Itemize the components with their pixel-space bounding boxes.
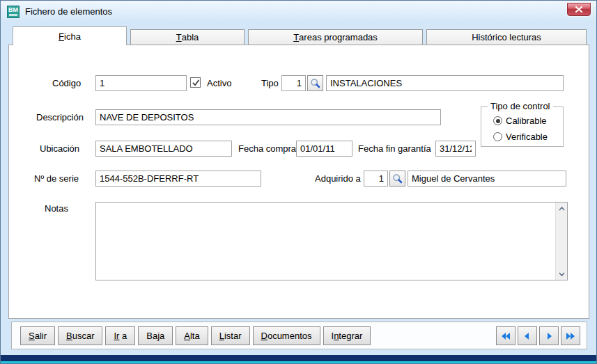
radio-calibrable-icon <box>493 116 502 125</box>
fecha-compra-input[interactable] <box>296 141 352 157</box>
ficha-tab-panel: Código Activo Tipo Descripción Tipo de c… <box>8 45 589 319</box>
activo-label: Activo <box>207 78 231 88</box>
num-serie-input[interactable] <box>95 171 261 187</box>
radio-verificable-icon <box>493 132 502 141</box>
tab-strip: Ficha Tabla Tareas programadas Histórico… <box>13 26 590 45</box>
chevron-up-icon <box>559 207 565 211</box>
tipo-de-control-group: Tipo de control Calibrable Verificable <box>481 106 564 147</box>
notas-label: Notas <box>45 203 68 214</box>
first-record-button[interactable] <box>496 326 515 345</box>
tab-ficha[interactable]: Ficha <box>13 26 127 45</box>
activo-checkbox[interactable] <box>190 77 201 88</box>
fecha-fin-garantia-input[interactable] <box>435 141 476 157</box>
adquirido-a-lookup-button[interactable] <box>389 171 405 187</box>
tipo-code-input[interactable] <box>281 75 306 91</box>
tipo-label: Tipo <box>261 78 279 88</box>
bottom-edge-strip <box>1 355 596 363</box>
descripcion-label: Descripción <box>36 112 84 122</box>
codigo-input[interactable] <box>95 75 187 91</box>
window-title: Fichero de elementos <box>25 6 112 17</box>
num-serie-label: Nº de serie <box>34 173 79 184</box>
adquirido-a-code-input[interactable] <box>364 171 388 187</box>
descripcion-input[interactable] <box>95 109 441 125</box>
previous-record-button[interactable] <box>518 326 537 345</box>
dialog-window: BM Fichero de elementos Ficha Tabla Tare… <box>0 0 597 364</box>
double-left-arrow-icon <box>500 331 511 342</box>
ubicacion-input[interactable] <box>95 141 232 157</box>
tipo-lookup-button[interactable] <box>307 75 323 91</box>
adquirido-a-label: Adquirido a <box>315 173 361 184</box>
scroll-up-button[interactable] <box>556 203 568 214</box>
notas-textarea[interactable] <box>96 203 554 280</box>
tipo-name-input[interactable] <box>326 75 564 91</box>
record-navigation <box>496 326 580 345</box>
left-arrow-icon <box>522 331 533 342</box>
next-record-button[interactable] <box>539 326 559 345</box>
listar-button[interactable]: Listar <box>211 326 250 345</box>
ubicacion-label: Ubicación <box>40 143 79 154</box>
fecha-fin-garantia-label: Fecha fin garantía <box>358 143 431 154</box>
integrar-button[interactable]: Integrar <box>323 326 371 345</box>
alta-button[interactable]: Alta <box>176 326 208 345</box>
tab-tabla[interactable]: Tabla <box>130 29 245 45</box>
radio-verificable[interactable]: Verificable <box>493 132 548 142</box>
salir-button[interactable]: Salir <box>20 326 55 345</box>
tipo-de-control-legend: Tipo de control <box>488 101 553 111</box>
notas-field <box>95 202 568 280</box>
documentos-button[interactable]: Documentos <box>253 326 320 345</box>
scroll-down-button[interactable] <box>556 268 568 280</box>
adquirido-a-name-input[interactable] <box>408 171 566 187</box>
footer-button-bar: Salir Buscar Ir a Baja Alta Listar Docum… <box>11 322 587 349</box>
radio-calibrable[interactable]: Calibrable <box>493 116 547 126</box>
codigo-label: Código <box>52 78 81 88</box>
app-logo-text: BM <box>8 7 18 13</box>
radio-verificable-label: Verificable <box>506 132 548 142</box>
checkmark-icon <box>192 79 200 86</box>
buscar-button[interactable]: Buscar <box>58 326 102 345</box>
radio-calibrable-label: Calibrable <box>506 116 547 126</box>
last-record-button[interactable] <box>561 326 580 345</box>
app-logo-icon: BM <box>7 6 20 18</box>
right-arrow-icon <box>543 331 555 342</box>
close-button[interactable] <box>567 3 591 16</box>
baja-button[interactable]: Baja <box>138 326 173 345</box>
double-right-arrow-icon <box>565 331 576 342</box>
notas-scrollbar[interactable] <box>555 203 567 280</box>
chevron-down-icon <box>559 272 565 276</box>
magnifier-icon <box>310 78 320 88</box>
tab-historico-lecturas[interactable]: Histórico lecturas <box>426 29 587 45</box>
ir-a-button[interactable]: Ir a <box>105 326 135 345</box>
tab-tareas-programadas[interactable]: Tareas programadas <box>248 29 423 45</box>
fecha-compra-label: Fecha compra <box>238 143 296 154</box>
magnifier-icon <box>392 173 403 184</box>
close-icon <box>575 6 582 13</box>
title-bar: BM Fichero de elementos <box>1 1 596 22</box>
